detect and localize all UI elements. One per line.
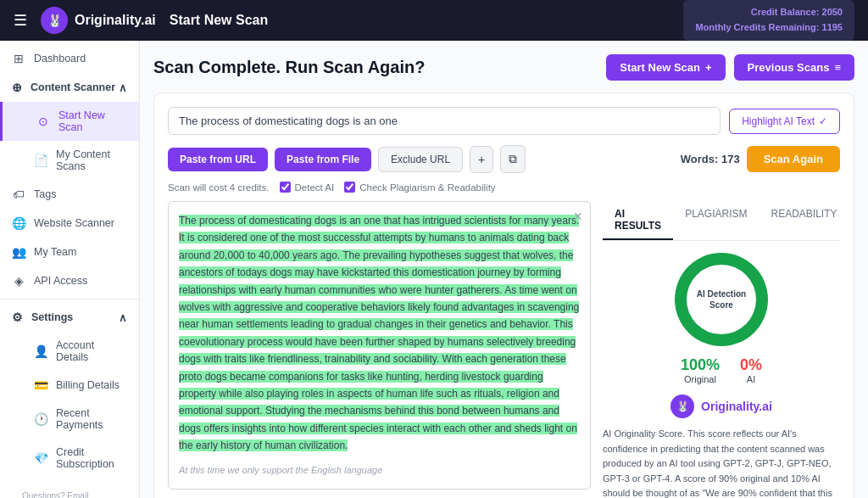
logo-name: Originality.ai [75,13,156,28]
credit-balance-label: Credit Balance: [751,7,820,17]
sidebar-item-dashboard[interactable]: ⊞ Dashboard [0,44,139,73]
brand-icon: 🐰 [670,394,694,418]
sidebar-item-label: Content Scanner [31,81,115,93]
support-text: Questions? Email support@originality.ai [10,488,129,498]
scan-header: Scan Complete. Run Scan Again? Start New… [153,54,854,81]
ai-pct: 0% [740,356,762,374]
sidebar-item-label: My Team [34,246,76,258]
highlight-ai-text-button[interactable]: Highlight AI Text ✓ [729,109,840,134]
ai-label: AI [740,374,762,384]
sidebar-item-label: Billing Details [56,379,120,391]
my-scans-icon: 📄 [34,154,47,167]
sidebar-divider [0,299,139,299]
sidebar-item-api-access[interactable]: ◈ API Access [0,266,139,295]
content-scanner-icon: ⊕ [12,81,22,94]
sidebar-item-settings[interactable]: ⚙ Settings ∧ [0,303,139,332]
close-icon[interactable]: ✕ [573,207,583,227]
chevron-icon: ∧ [119,81,127,94]
settings-icon: ⚙ [12,311,23,324]
main-content: Scan Complete. Run Scan Again? Start New… [140,41,868,498]
sidebar-item-label: API Access [34,275,87,287]
billing-icon: 💳 [34,378,47,392]
credit-sub-icon: 💎 [34,451,47,465]
scan-panel: Highlight AI Text ✓ Paste from URL Paste… [153,92,854,498]
copy-icon-button[interactable]: ⧉ [500,145,526,173]
sidebar-item-recent-payments[interactable]: 🕐 Recent Payments [0,400,139,439]
sidebar-item-label: Tags [34,188,56,200]
previous-scans-button[interactable]: Previous Scans ≡ [734,54,854,81]
website-scanner-icon: 🌐 [12,216,25,230]
list-icon: ≡ [834,61,841,74]
words-count: Words: 173 [681,153,740,165]
detect-ai-checkbox-label[interactable]: Detect AI [280,182,335,193]
logo: 🐰 Originality.ai [41,7,156,34]
scan-header-buttons: Start New Scan + Previous Scans ≡ [606,54,854,81]
score-circle-wrap: AI DetectionScore [603,253,840,346]
check-plagiarism-checkbox[interactable] [344,182,355,193]
sidebar-item-tags[interactable]: 🏷 Tags [0,180,139,209]
sidebar-item-account-details[interactable]: 👤 Account Details [0,332,139,371]
right-column: AI RESULTS PLAGIARISM READABILITY AI Det… [603,201,840,498]
my-team-icon: 👥 [12,245,25,259]
scan-text-input[interactable] [168,107,721,135]
sidebar-item-content-scanner[interactable]: ⊕ Content Scanner ∧ [0,73,139,102]
sidebar-item-credit-subscription[interactable]: 💎 Credit Subscription [0,439,139,478]
sidebar-item-label: Dashboard [34,53,86,64]
original-score: 100% Original [681,356,720,384]
sidebar-item-label: Start New Scan [58,109,127,133]
monthly-credits-label: Monthly Credits Remaining: [695,22,819,32]
sidebar-item-label: My Content Scans [56,148,127,172]
original-label: Original [681,374,720,384]
sidebar-item-label: Account Details [56,339,127,363]
tags-icon: 🏷 [12,187,25,201]
paste-from-url-button[interactable]: Paste from URL [168,148,268,171]
check-icon: ✓ [819,115,827,127]
add-icon-button[interactable]: + [470,146,493,173]
sidebar: ⊞ Dashboard ⊕ Content Scanner ∧ ⊙ Start … [0,41,140,498]
credits-cost-text: Scan will cost 4 credits. [168,182,270,193]
sidebar-item-my-content-scans[interactable]: 📄 My Content Scans [0,141,139,180]
paste-from-file-button[interactable]: Paste from File [275,148,371,171]
page-title: Start New Scan [170,13,670,28]
score-description: AI Originality Score. This score reflect… [603,427,840,498]
scan-again-button[interactable]: Scan Again [747,146,840,172]
detect-ai-label: Detect AI [295,182,335,193]
sidebar-item-billing-details[interactable]: 💳 Billing Details [0,371,139,400]
original-pct: 100% [681,356,720,374]
tab-ai-results[interactable]: AI RESULTS [603,201,673,240]
tab-readability[interactable]: READABILITY [759,201,849,240]
sidebar-item-website-scanner[interactable]: 🌐 Website Scanner [0,209,139,238]
exclude-url-button[interactable]: Exclude URL [378,147,463,172]
sidebar-section-main: ⊞ Dashboard ⊕ Content Scanner ∧ ⊙ Start … [0,41,139,481]
scan-title: Scan Complete. Run Scan Again? [153,58,425,77]
originality-brand: 🐰 Originality.ai [603,394,840,418]
logo-icon: 🐰 [41,7,68,34]
left-column: ✕ The process of domesticating dogs is a… [168,201,591,498]
start-scan-icon: ⊙ [36,115,50,128]
payments-icon: 🕐 [34,412,47,426]
api-icon: ◈ [12,274,25,288]
start-new-scan-button[interactable]: Start New Scan + [606,54,725,81]
ai-score: 0% AI [740,356,762,384]
language-notice: At this time we only support the English… [179,462,580,478]
layout: ⊞ Dashboard ⊕ Content Scanner ∧ ⊙ Start … [0,41,868,498]
results-tabs: AI RESULTS PLAGIARISM READABILITY [603,201,840,241]
check-plagiarism-label: Check Plagiarism & Readability [359,182,495,193]
check-plagiarism-checkbox-label[interactable]: Check Plagiarism & Readability [344,182,495,193]
highlight-label: Highlight AI Text [742,115,815,127]
detect-ai-checkbox[interactable] [280,182,291,193]
score-circle: AI DetectionScore [675,253,768,346]
menu-icon[interactable]: ☰ [14,11,27,30]
sidebar-item-label: Settings [31,311,73,323]
sidebar-item-label: Website Scanner [34,217,114,229]
highlighted-text-area: ✕ The process of domesticating dogs is a… [168,201,591,490]
score-labels: 100% Original 0% AI [603,356,840,384]
tab-plagiarism[interactable]: PLAGIARISM [673,201,759,240]
sidebar-item-start-new-scan[interactable]: ⊙ Start New Scan [0,102,139,141]
account-icon: 👤 [34,344,47,358]
brand-name: Originality.ai [701,400,772,413]
sidebar-item-my-team[interactable]: 👥 My Team [0,238,139,266]
topbar: ☰ 🐰 Originality.ai Start New Scan Credit… [0,0,868,41]
highlighted-text-content: The process of domesticating dogs is an … [179,215,579,451]
sidebar-item-label: Recent Payments [56,407,127,431]
